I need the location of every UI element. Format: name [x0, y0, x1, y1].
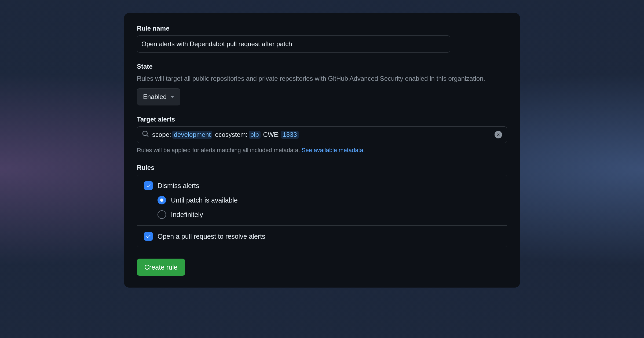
create-rule-button[interactable]: Create rule	[137, 259, 185, 276]
indefinitely-row: Indefinitely	[158, 210, 500, 219]
state-group: State Rules will target all public repos…	[137, 63, 507, 105]
until-patch-label: Until patch is available	[171, 196, 238, 204]
rules-box: Dismiss alerts Until patch is available …	[137, 175, 507, 247]
rule-name-input[interactable]	[137, 35, 450, 53]
filter-tokens: scope: development ecosystem: pip CWE: 1…	[152, 131, 491, 139]
chevron-down-icon	[170, 96, 174, 98]
dismiss-alerts-label: Dismiss alerts	[158, 182, 199, 190]
indefinitely-radio[interactable]	[158, 210, 166, 219]
available-metadata-link[interactable]: See available metadata	[302, 147, 363, 153]
state-selected-value: Enabled	[143, 93, 167, 101]
open-pr-section: Open a pull request to resolve alerts	[137, 225, 507, 247]
clear-filters-button[interactable]	[495, 131, 502, 138]
rules-label: Rules	[137, 164, 507, 171]
check-icon	[146, 234, 151, 239]
open-pr-label: Open a pull request to resolve alerts	[158, 233, 265, 240]
check-icon	[146, 183, 151, 188]
dismiss-alerts-checkbox[interactable]	[144, 181, 153, 190]
filter-token-cwe: CWE: 1333	[263, 131, 299, 139]
rule-name-label: Rule name	[137, 25, 507, 32]
target-alerts-search[interactable]: scope: development ecosystem: pip CWE: 1…	[137, 126, 507, 143]
state-dropdown[interactable]: Enabled	[137, 88, 180, 105]
rule-name-group: Rule name	[137, 25, 507, 53]
search-icon	[142, 130, 149, 139]
indefinitely-label: Indefinitely	[171, 211, 203, 219]
rule-form-panel: Rule name State Rules will target all pu…	[124, 13, 520, 288]
dismiss-options-group: Until patch is available Indefinitely	[158, 196, 500, 219]
target-alerts-group: Target alerts scope: development ecosyst…	[137, 116, 507, 154]
open-pr-row: Open a pull request to resolve alerts	[144, 232, 500, 241]
dismiss-alerts-row: Dismiss alerts	[144, 181, 500, 190]
state-label: State	[137, 63, 507, 70]
target-alerts-helper: Rules will be applied for alerts matchin…	[137, 147, 507, 154]
until-patch-row: Until patch is available	[158, 196, 500, 204]
target-alerts-label: Target alerts	[137, 116, 507, 123]
filter-token-scope: scope: development	[152, 131, 212, 139]
until-patch-radio[interactable]	[158, 196, 166, 204]
dismiss-alerts-section: Dismiss alerts Until patch is available …	[137, 175, 507, 225]
close-icon	[496, 133, 500, 137]
rules-group: Rules Dismiss alerts Until patch is avai…	[137, 164, 507, 247]
open-pr-checkbox[interactable]	[144, 232, 153, 241]
state-description: Rules will target all public repositorie…	[137, 74, 507, 83]
filter-token-ecosystem: ecosystem: pip	[215, 131, 260, 139]
